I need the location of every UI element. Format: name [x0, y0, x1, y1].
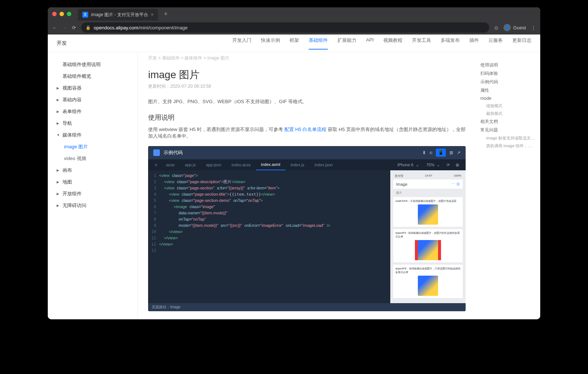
toc-item[interactable]: mode — [480, 95, 536, 102]
line-gutter: 12345678910111213 — [148, 170, 159, 303]
sidebar-item[interactable]: ▶画布 — [48, 164, 137, 176]
titlebar: 支 image 图片 - 支付宝开放平台 × + — [48, 7, 540, 21]
sidebar-item[interactable]: ▶无障碍访问 — [48, 200, 137, 211]
whitelist-link[interactable]: 配置 H5 白名单流程 — [284, 127, 327, 132]
url-host: opendocs.alipay.com — [94, 25, 138, 30]
code-example: 示例代码 ⬇ ⎋ 📱 ⊞ ↗ ≡ .acssapp.jsapp.jsoninde… — [148, 146, 466, 311]
nav-item[interactable]: 扩展能力 — [337, 37, 356, 50]
preview-section-label: 图片 — [393, 189, 463, 197]
sidebar-item[interactable]: ▶导航 — [48, 117, 137, 129]
sidebar-item[interactable]: ▶地图 — [48, 176, 137, 188]
tab-title: image 图片 - 支付宝开放平台 — [91, 12, 148, 18]
phone-statusbar: 支付宝 14:57 100% — [393, 173, 463, 179]
nav-item[interactable]: 基础组件 — [309, 37, 328, 50]
sidebar-subitem[interactable]: video 视频 — [48, 153, 137, 164]
avatar-icon: 👤 — [503, 24, 511, 31]
search-icon[interactable]: ⊙ — [494, 25, 498, 30]
zoom-select[interactable]: 75% ⌄ — [423, 163, 444, 167]
sidebar-subitem[interactable]: image 图片 — [48, 141, 137, 153]
usage-text: 使用 webview 嵌套 H5 时，若遇到图片资源不显示问题，可参考 配置 H… — [148, 126, 466, 139]
qr-icon[interactable]: ⊞ — [449, 150, 453, 155]
toc-item[interactable]: 属性 — [480, 86, 536, 95]
code-tab[interactable]: .acss — [160, 159, 180, 170]
close-dot[interactable] — [52, 12, 57, 16]
nav-item[interactable]: 快速示例 — [261, 37, 280, 50]
code-body: 12345678910111213 <view class="page"> <v… — [148, 170, 466, 303]
update-time: 更新时间：2020-07-20 08:10:58 — [148, 83, 466, 90]
chevron-down-icon: ⌄ — [437, 163, 440, 167]
code-header: 示例代码 ⬇ ⎋ 📱 ⊞ ↗ — [148, 146, 466, 159]
chevron-down-icon: ⌄ — [416, 163, 419, 167]
browser-tab[interactable]: 支 image 图片 - 支付宝开放平台 × — [78, 9, 158, 21]
address-bar: ← → ⟳ 🔒 opendocs.alipay.com/mini/compone… — [48, 21, 540, 35]
nav-item[interactable]: 插件 — [469, 37, 479, 50]
mobile-icon[interactable]: ⎋ — [430, 150, 432, 155]
code-tab[interactable]: index.axml — [256, 159, 286, 170]
toc-item[interactable]: 使用说明 — [480, 61, 536, 69]
toc-item[interactable]: 扫码体验 — [480, 69, 536, 78]
browser-window: 支 image 图片 - 支付宝开放平台 × + ← → ⟳ 🔒 opendoc… — [48, 7, 540, 319]
site-logo[interactable]: 开发 — [57, 40, 67, 47]
sidebar-item[interactable]: ▼媒体组件 — [48, 129, 137, 141]
sidebar-item[interactable]: ▶开放组件 — [48, 188, 137, 200]
toc-item[interactable]: 示例代码 — [480, 78, 536, 86]
ant-icon — [153, 149, 160, 156]
sidebar-item[interactable]: 基础组件概览 — [48, 70, 137, 82]
favicon: 支 — [82, 12, 88, 18]
page-content: 开发 开发入门快速示例框架基础组件扩展能力API视频教程开发工具多端发布插件云服… — [48, 35, 540, 319]
download-icon[interactable]: ⬇ — [422, 150, 426, 155]
main-content: 开发 > 基础组件 > 媒体组件 > image 图片 image 图片 更新时… — [138, 52, 476, 319]
page-body: 基础组件使用说明基础组件概览▶视图容器▶基础内容▶表单组件▶导航▼媒体组件ima… — [48, 52, 540, 319]
nav-item[interactable]: 多端发布 — [441, 37, 460, 50]
site-header: 开发 开发入门快速示例框架基础组件扩展能力API视频教程开发工具多端发布插件云服… — [48, 35, 540, 52]
more-icon[interactable]: ⋯ ⊙ — [451, 182, 460, 186]
sidebar-item[interactable]: ▶表单组件 — [48, 106, 137, 117]
profile-button[interactable]: 👤 Guest — [503, 24, 526, 31]
toc-item[interactable]: 常见问题 — [480, 126, 536, 134]
toc-item[interactable]: image 标签支持读取流文… — [480, 134, 536, 142]
nav-item[interactable]: API — [366, 37, 374, 50]
code-text: <view class="page"> <view class="page-de… — [159, 170, 390, 303]
nav-item[interactable]: 视频教程 — [383, 37, 402, 50]
maximize-dot[interactable] — [67, 12, 71, 16]
nav-item[interactable]: 云服务 — [488, 37, 503, 50]
code-tabs: ≡ .acssapp.jsapp.jsonindex.acssindex.axm… — [148, 159, 466, 170]
minimize-dot[interactable] — [60, 12, 64, 16]
reload-button[interactable]: ⟳ — [72, 25, 76, 30]
breadcrumb: 开发 > 基础组件 > 媒体组件 > image 图片 — [148, 52, 466, 64]
share-icon[interactable]: ↗ — [457, 150, 460, 155]
code-tab[interactable]: index.json — [309, 159, 338, 170]
menu-icon[interactable]: ⋮ — [531, 25, 536, 30]
new-tab-button[interactable]: + — [164, 10, 168, 18]
sidebar-item[interactable]: ▶基础内容 — [48, 94, 137, 106]
main-nav: 开发入门快速示例框架基础组件扩展能力API视频教程开发工具多端发布插件云服务更新… — [232, 37, 531, 50]
nav-item[interactable]: 框架 — [290, 37, 299, 50]
code-tab[interactable]: index.js — [286, 159, 309, 170]
page-title: image 图片 — [148, 68, 466, 82]
toc-item[interactable]: 缩放模式 — [480, 102, 536, 110]
close-tab-icon[interactable]: × — [151, 12, 154, 17]
toc-item[interactable]: 相关文档 — [480, 117, 536, 126]
phone-icon[interactable]: 📱 — [436, 149, 446, 157]
url-field[interactable]: 🔒 opendocs.alipay.com/mini/component/ima… — [81, 22, 489, 33]
refresh-icon[interactable]: ⟳ — [444, 163, 453, 167]
nav-item[interactable]: 更新日志 — [512, 37, 531, 50]
sidebar: 基础组件使用说明基础组件概览▶视图容器▶基础内容▶表单组件▶导航▼媒体组件ima… — [48, 52, 138, 319]
device-select[interactable]: iPhone 6 ⌄ — [394, 163, 423, 167]
code-title: 示例代码 — [164, 149, 419, 156]
preview-titlebar: Image ⋯ ⊙ — [393, 179, 463, 189]
back-button[interactable]: ← — [52, 25, 57, 30]
sidebar-item[interactable]: 基础组件使用说明 — [48, 59, 137, 70]
code-tab[interactable]: app.js — [180, 159, 201, 170]
code-tab[interactable]: app.json — [201, 159, 226, 170]
toc-item[interactable]: 裁剪模式 — [480, 110, 536, 117]
files-icon[interactable]: ≡ — [152, 163, 160, 167]
grid-icon[interactable]: ⊞ — [453, 163, 462, 167]
nav-item[interactable]: 开发入门 — [232, 37, 251, 50]
sidebar-item[interactable]: ▶视图容器 — [48, 82, 137, 94]
window-controls — [52, 12, 71, 16]
forward-button[interactable]: → — [62, 25, 67, 30]
toc-item[interactable]: 真机调用 image 组件，… — [480, 142, 536, 150]
code-tab[interactable]: index.acss — [226, 159, 256, 170]
nav-item[interactable]: 开发工具 — [412, 37, 431, 50]
